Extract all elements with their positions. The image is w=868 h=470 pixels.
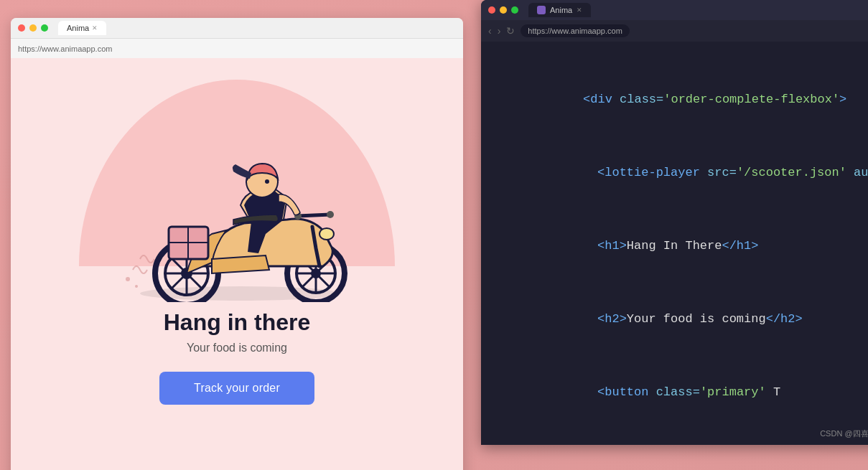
left-browser-tab[interactable]: Anima ✕ xyxy=(58,21,106,35)
left-tab-label: Anima xyxy=(67,24,89,32)
right-close-button-icon[interactable] xyxy=(488,6,495,14)
refresh-button-icon[interactable]: ↻ xyxy=(506,25,515,37)
right-browser-wrapper: Anima ✕ ‹ › ↻ https://www.animaapp.com <… xyxy=(474,0,868,445)
url-text: https://www.animaapp.com xyxy=(528,27,622,35)
forward-button-icon[interactable]: › xyxy=(498,25,501,37)
right-browser-tab[interactable]: Anima ✕ xyxy=(528,3,591,17)
code-line-4: <h2>Your food is coming</h2> xyxy=(524,283,868,356)
page-heading: Hang in there xyxy=(164,309,310,336)
food-order-text-section: Hang in there Your food is coming Track … xyxy=(159,309,314,405)
back-button-icon[interactable]: ‹ xyxy=(488,25,492,37)
svg-point-18 xyxy=(319,228,334,240)
right-tab-close-icon[interactable]: ✕ xyxy=(577,6,582,14)
minimize-button-icon[interactable] xyxy=(29,24,37,32)
scooter-illustration-area xyxy=(11,72,463,302)
page-subheading: Your food is coming xyxy=(187,342,287,354)
right-maximize-button-icon[interactable] xyxy=(511,6,518,14)
svg-line-15 xyxy=(298,215,330,216)
svg-point-16 xyxy=(327,211,334,218)
code-line-5: <button class='primary' T xyxy=(524,356,868,429)
code-line-2: <lottie-player src='/scooter.json' autop… xyxy=(524,136,868,210)
maximize-button-icon[interactable] xyxy=(41,24,48,32)
code-editor-area: <div class='order-complete-flexbox'> <lo… xyxy=(481,42,868,445)
code-line-1: <div class='order-complete-flexbox'> xyxy=(510,63,868,136)
right-browser-window: Anima ✕ ‹ › ↻ https://www.animaapp.com <… xyxy=(481,0,868,445)
track-order-button[interactable]: Track your order xyxy=(159,372,314,405)
left-browser-content: Hang in there Your food is coming Track … xyxy=(11,58,463,470)
tag-open-div: <div xyxy=(583,93,620,106)
svg-point-23 xyxy=(265,179,269,184)
csdn-watermark: CSDN @四喜圆子~ xyxy=(820,428,868,439)
left-tab-close-icon[interactable]: ✕ xyxy=(92,24,98,32)
right-tab-label: Anima xyxy=(550,6,572,14)
right-minimize-button-icon[interactable] xyxy=(500,6,507,14)
right-urlbar: ‹ › ↻ https://www.animaapp.com xyxy=(481,20,868,42)
left-urlbar: https://www.animaapp.com xyxy=(11,38,463,58)
anima-logo-icon xyxy=(537,6,546,14)
close-button-icon[interactable] xyxy=(18,24,25,32)
svg-point-24 xyxy=(126,277,130,281)
desktop-background: Anima ✕ https://www.animaapp.com xyxy=(0,0,868,470)
scooter-illustration xyxy=(101,101,373,302)
left-browser-wrapper: Anima ✕ https://www.animaapp.com xyxy=(0,0,474,470)
svg-point-25 xyxy=(135,285,138,288)
code-line-3: <h1>Hang In There</h1> xyxy=(524,210,868,283)
url-input[interactable]: https://www.animaapp.com xyxy=(521,24,629,37)
right-titlebar: Anima ✕ xyxy=(481,0,868,20)
left-titlebar: Anima ✕ xyxy=(11,18,463,38)
left-url-text: https://www.animaapp.com xyxy=(18,44,112,53)
left-browser-window: Anima ✕ https://www.animaapp.com xyxy=(11,18,463,470)
